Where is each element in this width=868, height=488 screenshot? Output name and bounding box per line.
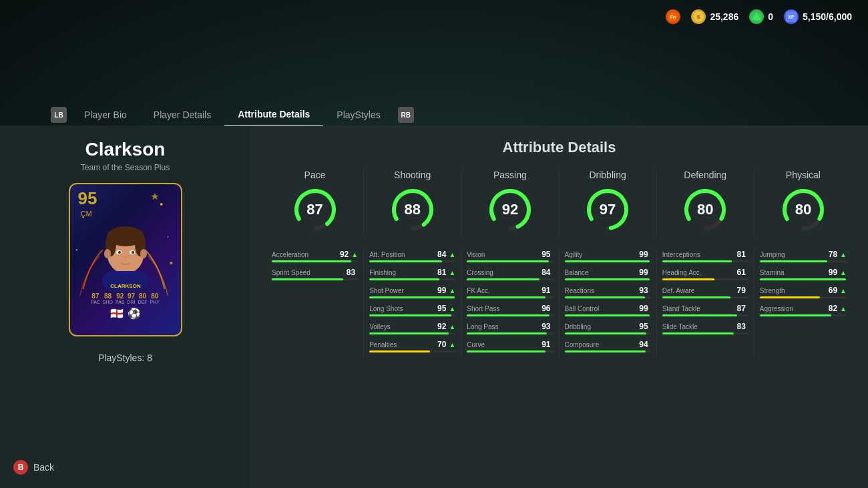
svg-text:XP: XP: [788, 15, 795, 19]
lb-button[interactable]: LB: [51, 107, 67, 123]
dribbling-label: Dribbling: [589, 170, 626, 180]
curve-value: 91: [537, 340, 551, 349]
attr-sprint-speed: Sprint Speed 83: [272, 268, 358, 280]
svg-text:$: $: [697, 14, 700, 20]
category-defending: Defending 80: [657, 170, 754, 236]
long-shots-label: Long Shots: [369, 305, 430, 312]
attr-def-aware: Def. Aware 79: [662, 286, 748, 298]
category-dribbling: Dribbling 97: [560, 170, 657, 236]
interceptions-value: 81: [732, 250, 746, 259]
tab-attribute-details[interactable]: Attribute Details: [224, 103, 323, 126]
player-image: CLARKSON: [85, 204, 166, 291]
player-name: Clarkson: [85, 139, 166, 160]
volleys-value: 92: [433, 322, 446, 331]
crossing-value: 84: [537, 268, 551, 277]
penalties-arrow: ▲: [449, 341, 455, 348]
svg-point-23: [104, 249, 111, 258]
category-passing: Passing 92: [461, 170, 559, 236]
acceleration-arrow: ▲: [351, 251, 358, 258]
dribbling-gauge: 97: [584, 186, 632, 234]
penalties-value: 70: [433, 340, 446, 349]
long-shots-arrow: ▲: [449, 305, 455, 312]
long-pass-label: Long Pass: [467, 323, 534, 330]
shot-power-label: Shot Power: [369, 287, 430, 294]
card-bottom-stats: 87 PAC 88 SHO 92 PAS 97 DRI 80 DEF: [85, 292, 165, 304]
coin-icon: $: [691, 9, 706, 24]
tab-playstyles[interactable]: PlayStyles: [323, 104, 393, 126]
card-flags: 🏴󠁧󠁢󠁥󠁮󠁧󠁿 ⚽: [110, 307, 141, 320]
svg-point-10: [75, 249, 77, 251]
slide-tackle-value: 83: [732, 322, 746, 331]
attr-att-position: Att. Position 84 ▲: [369, 250, 455, 262]
long-pass-value: 93: [537, 322, 551, 331]
shooting-label: Shooting: [394, 170, 431, 180]
defending-value: 80: [697, 201, 713, 218]
physical-gauge: 80: [779, 186, 827, 234]
shot-power-arrow: ▲: [449, 287, 455, 294]
attr-strength: Strength 69 ▲: [760, 286, 847, 298]
stand-tackle-value: 87: [732, 304, 746, 313]
pace-gauge: 87: [291, 186, 339, 234]
rb-button[interactable]: RB: [398, 107, 414, 123]
svg-point-21: [118, 251, 121, 254]
aggression-value: 82: [824, 304, 837, 313]
tab-player-bio[interactable]: Player Bio: [71, 104, 140, 126]
composure-label: Composure: [565, 341, 632, 348]
fk-acc-label: FK Acc.: [467, 287, 534, 294]
category-shooting: Shooting 88: [364, 170, 461, 236]
attr-fk-acc: FK Acc. 91: [467, 286, 553, 298]
back-label: Back: [33, 462, 54, 473]
stand-tackle-label: Stand Tackle: [662, 305, 730, 312]
long-shots-value: 95: [433, 304, 446, 313]
playstyles: PlayStyles: 8: [98, 352, 152, 363]
physical-value: 80: [795, 201, 811, 218]
volleys-arrow: ▲: [449, 323, 455, 330]
attr-interceptions: Interceptions 81: [662, 250, 748, 262]
jumping-arrow: ▲: [840, 251, 847, 258]
svg-point-11: [170, 262, 172, 264]
passing-value: 92: [502, 201, 518, 218]
attr-long-pass: Long Pass 93: [467, 322, 553, 334]
svg-point-9: [167, 236, 168, 238]
defending-column: Interceptions 81 Heading Acc. 61 Def. Aw…: [657, 250, 754, 358]
stamina-label: Stamina: [760, 269, 821, 276]
nav-tabs: LB Player Bio Player Details Attribute D…: [47, 103, 418, 126]
shooting-gauge: 88: [389, 186, 437, 234]
dribbling-value: 97: [600, 201, 616, 218]
tab-player-details[interactable]: Player Details: [140, 104, 224, 126]
strength-value: 69: [824, 286, 837, 295]
attr-reactions: Reactions 93: [565, 286, 651, 298]
fnatic-currency: Fn: [666, 9, 680, 24]
back-button[interactable]: B Back: [13, 460, 54, 475]
dribbling-stat-label: Dribbling: [565, 323, 632, 330]
attr-long-shots: Long Shots 95 ▲: [369, 304, 455, 316]
attr-crossing: Crossing 84: [467, 268, 553, 280]
agility-label: Agility: [565, 251, 632, 258]
vision-label: Vision: [467, 251, 534, 258]
attr-dribbling: Dribbling 95: [565, 322, 651, 334]
attr-vision: Vision 95: [467, 250, 553, 262]
fnatic-icon: Fn: [666, 9, 680, 24]
physical-column: Jumping 78 ▲ Stamina 99 ▲: [754, 250, 852, 358]
stamina-value: 99: [824, 268, 837, 277]
b-icon: B: [13, 460, 28, 475]
reactions-label: Reactions: [565, 287, 632, 294]
attributes-grid: Acceleration 92 ▲ Sprint Speed 83: [266, 250, 852, 358]
heading-acc-value: 61: [732, 268, 746, 277]
attr-balance: Balance 99: [565, 268, 651, 280]
def-aware-label: Def. Aware: [662, 287, 730, 294]
agility-value: 99: [635, 250, 648, 259]
pace-value: 87: [306, 201, 322, 218]
xp-value: 5,150/6,000: [803, 11, 852, 22]
short-pass-value: 96: [537, 304, 551, 313]
attr-ball-control: Ball Control 99: [565, 304, 651, 316]
attr-heading-acc: Heading Acc. 61: [662, 268, 748, 280]
att-position-value: 84: [433, 250, 446, 259]
flag-club: ⚽: [128, 307, 141, 320]
shot-power-value: 99: [433, 286, 446, 295]
attr-stand-tackle: Stand Tackle 87: [662, 304, 748, 316]
crossing-label: Crossing: [467, 269, 534, 276]
attr-volleys: Volleys 92 ▲: [369, 322, 455, 334]
jumping-value: 78: [824, 250, 837, 259]
aggression-label: Aggression: [760, 305, 821, 312]
